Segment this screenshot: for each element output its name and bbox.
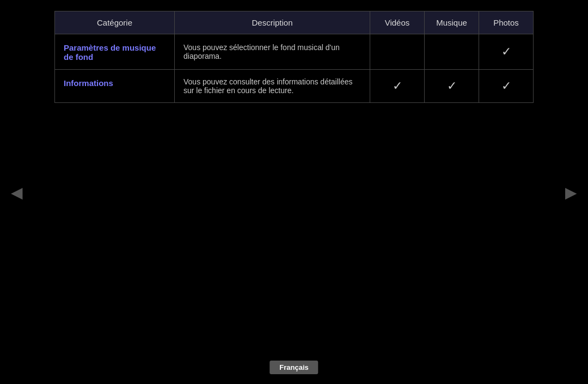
row-0-musique — [425, 34, 479, 70]
row-0-description: Vous pouvez sélectionner le fond musical… — [175, 34, 370, 70]
header-description: Description — [175, 11, 370, 34]
row-0-videos — [370, 34, 425, 70]
language-button[interactable]: Français — [270, 361, 318, 374]
header-videos: Vidéos — [370, 11, 425, 34]
row-1-photos: ✓ — [479, 70, 534, 103]
table-row: Paramètres de musique de fondVous pouvez… — [55, 34, 534, 70]
table-row: InformationsVous pouvez consulter des in… — [55, 70, 534, 103]
row-1-categorie: Informations — [55, 70, 175, 103]
header-musique: Musique — [425, 11, 479, 34]
row-0-photos: ✓ — [479, 34, 534, 70]
header-photos: Photos — [479, 11, 534, 34]
row-1-description: Vous pouvez consulter des informations d… — [175, 70, 370, 103]
row-1-videos: ✓ — [370, 70, 425, 103]
nav-right-button[interactable]: ▶ — [565, 183, 577, 201]
row-1-musique: ✓ — [425, 70, 479, 103]
info-table: Catégorie Description Vidéos Musique Pho… — [54, 11, 534, 103]
nav-left-button[interactable]: ◀ — [11, 183, 23, 201]
header-categorie: Catégorie — [55, 11, 175, 34]
main-content: Catégorie Description Vidéos Musique Pho… — [54, 11, 534, 103]
row-0-categorie: Paramètres de musique de fond — [55, 34, 175, 70]
